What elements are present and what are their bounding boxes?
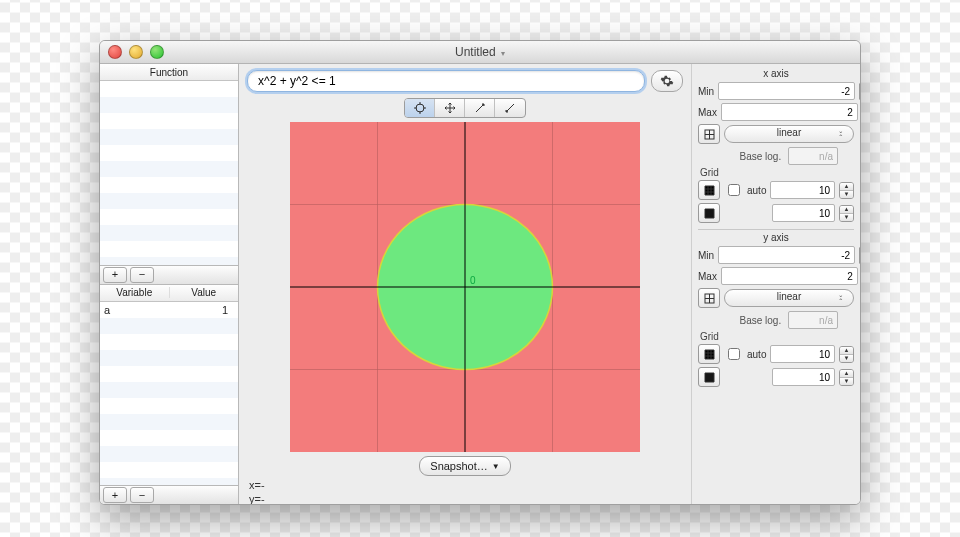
tool-crosshair[interactable]: [405, 99, 435, 117]
x-axis-title: x axis: [698, 68, 854, 79]
window-title[interactable]: Untitled ▾: [100, 45, 860, 59]
settings-button[interactable]: [651, 70, 683, 92]
y-scale-select[interactable]: linear: [724, 289, 854, 307]
plot-svg: 0: [290, 122, 640, 452]
plot-container: 0: [247, 122, 683, 452]
variable-row[interactable]: a 1: [100, 302, 238, 318]
add-function-button[interactable]: +: [103, 267, 127, 283]
y-grid-major-toggle[interactable]: [698, 344, 720, 364]
x-min-input[interactable]: [718, 82, 855, 100]
x-grid-major-stepper[interactable]: ▲▼: [839, 182, 854, 199]
y-min-stepper[interactable]: ▲▼: [859, 247, 861, 264]
x-max-label: Max: [698, 107, 717, 118]
title-dropdown-icon: ▾: [501, 49, 505, 58]
x-grid-major-toggle[interactable]: [698, 180, 720, 200]
y-grid-label: Grid: [700, 331, 854, 342]
chevron-down-icon: ▼: [492, 462, 500, 471]
zoom-out-icon: [474, 102, 486, 114]
snapshot-row: Snapshot… ▼: [247, 452, 683, 478]
x-scale-select[interactable]: linear: [724, 125, 854, 143]
formula-row: [247, 70, 683, 92]
sidebar: Function + − Variable Value a 1 + −: [100, 64, 239, 504]
status-readout: x=- y=-: [247, 478, 683, 505]
functions-list[interactable]: [100, 81, 238, 265]
pan-icon: [444, 102, 456, 114]
variables-col2: Value: [170, 287, 239, 298]
y-axis-title: y axis: [698, 232, 854, 243]
y-grid-minor-stepper[interactable]: ▲▼: [839, 369, 854, 386]
tool-zoom-in[interactable]: [495, 99, 525, 117]
grid-major-icon: [704, 185, 715, 196]
x-baselog-label: Base log.: [740, 151, 782, 162]
titlebar[interactable]: Untitled ▾: [100, 41, 860, 64]
x-grid-label: Grid: [700, 167, 854, 178]
y-min-label: Min: [698, 250, 714, 261]
y-baselog-input: [788, 311, 838, 329]
plot-toolbar: [247, 98, 683, 118]
crosshair-icon: [414, 102, 426, 114]
plot-area[interactable]: 0: [290, 122, 640, 452]
remove-variable-button[interactable]: −: [130, 487, 154, 503]
grid-minor-icon: [704, 372, 715, 383]
status-x: x=-: [249, 478, 681, 492]
x-min-stepper[interactable]: ▲▼: [859, 83, 861, 100]
variables-header: Variable Value: [100, 285, 238, 302]
y-baselog-label: Base log.: [740, 315, 782, 326]
status-y: y=-: [249, 492, 681, 505]
grid-major-icon: [704, 349, 715, 360]
y-min-input[interactable]: [718, 246, 855, 264]
x-min-label: Min: [698, 86, 714, 97]
y-grid-major-stepper[interactable]: ▲▼: [839, 346, 854, 363]
main-panel: 0 Snapshot… ▼ x=- y=-: [239, 64, 691, 504]
x-grid-auto-checkbox[interactable]: [728, 184, 740, 196]
y-max-label: Max: [698, 271, 717, 282]
functions-header: Function: [100, 64, 238, 81]
x-axis-frame-button[interactable]: [698, 124, 720, 144]
add-variable-button[interactable]: +: [103, 487, 127, 503]
variables-toolbar: + −: [100, 485, 238, 504]
x-axis-block: x axis Min ▲▼ Max ▲▼ linear: [698, 68, 854, 223]
axes-panel: x axis Min ▲▼ Max ▲▼ linear: [691, 64, 860, 504]
x-grid-major-input[interactable]: [770, 181, 835, 199]
snapshot-button[interactable]: Snapshot… ▼: [419, 456, 510, 476]
variables-list[interactable]: a 1: [100, 302, 238, 486]
tool-pan[interactable]: [435, 99, 465, 117]
x-max-input[interactable]: [721, 103, 858, 121]
x-baselog-input: [788, 147, 838, 165]
variables-col1: Variable: [100, 287, 170, 298]
content: Function + − Variable Value a 1 + −: [100, 64, 860, 504]
y-grid-minor-toggle[interactable]: [698, 367, 720, 387]
formula-input[interactable]: [247, 70, 645, 92]
origin-label: 0: [470, 275, 476, 286]
window-title-text: Untitled: [455, 45, 496, 59]
grid-minor-icon: [704, 208, 715, 219]
frame-icon: [704, 129, 715, 140]
x-grid-auto-label: auto: [747, 185, 766, 196]
y-axis-frame-button[interactable]: [698, 288, 720, 308]
app-window: Untitled ▾ Function + − Variable Value a: [99, 40, 861, 505]
zoom-in-icon: [504, 102, 516, 114]
variable-name: a: [104, 304, 164, 316]
gear-icon: [660, 74, 674, 88]
svg-point-0: [416, 104, 424, 112]
x-grid-minor-input[interactable]: [772, 204, 835, 222]
tool-segment: [404, 98, 526, 118]
frame-icon: [704, 293, 715, 304]
y-grid-minor-input[interactable]: [772, 368, 835, 386]
snapshot-label: Snapshot…: [430, 460, 487, 472]
y-grid-major-input[interactable]: [770, 345, 835, 363]
x-grid-minor-toggle[interactable]: [698, 203, 720, 223]
y-grid-auto-checkbox[interactable]: [728, 348, 740, 360]
y-axis-block: y axis Min ▲▼ Max ▲▼ linear: [698, 229, 854, 387]
y-max-input[interactable]: [721, 267, 858, 285]
remove-function-button[interactable]: −: [130, 267, 154, 283]
x-grid-minor-stepper[interactable]: ▲▼: [839, 205, 854, 222]
tool-zoom-out[interactable]: [465, 99, 495, 117]
variable-value: 1: [164, 304, 234, 316]
y-grid-auto-label: auto: [747, 349, 766, 360]
functions-toolbar: + −: [100, 265, 238, 284]
functions-header-label: Function: [100, 67, 238, 78]
